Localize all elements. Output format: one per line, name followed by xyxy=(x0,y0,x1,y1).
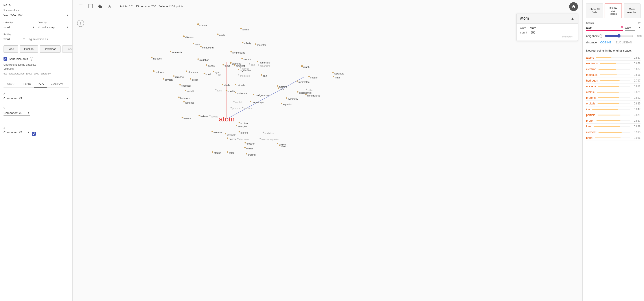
scatter-point[interactable] xyxy=(153,70,154,72)
scatter-point[interactable] xyxy=(332,72,334,73)
scatter-point[interactable] xyxy=(306,89,307,90)
isolate-button[interactable]: Isolate 101points xyxy=(604,4,622,18)
scatter-point[interactable] xyxy=(242,107,244,108)
tab-custom[interactable]: CUSTOM xyxy=(47,80,67,88)
label-icon[interactable]: A xyxy=(106,2,114,10)
scatter-point[interactable] xyxy=(234,101,234,102)
scatter-point[interactable] xyxy=(278,88,279,89)
scatter-point[interactable] xyxy=(173,75,174,77)
scatter-point[interactable] xyxy=(227,151,228,153)
scatter-point[interactable] xyxy=(238,75,240,76)
show-all-button[interactable]: Show AllData xyxy=(586,4,603,18)
scatter-point[interactable] xyxy=(238,122,240,123)
z-component-select-wrap[interactable]: Component #3 xyxy=(4,130,30,135)
scatter-point[interactable] xyxy=(242,42,244,43)
scatter-point[interactable] xyxy=(236,125,237,126)
nearest-name[interactable]: ions xyxy=(586,125,592,128)
scatter-point[interactable] xyxy=(244,142,246,143)
nearest-name[interactable]: electron xyxy=(586,67,596,71)
download-button[interactable]: Download xyxy=(40,45,61,53)
cosine-option[interactable]: COSINE xyxy=(599,40,612,45)
scatter-point[interactable] xyxy=(217,34,218,35)
scatter-point[interactable] xyxy=(286,97,287,99)
load-button[interactable]: Load xyxy=(4,45,18,53)
scatter-point[interactable] xyxy=(212,131,213,132)
label-button[interactable]: Label xyxy=(62,45,73,53)
by-select-wrap[interactable]: word xyxy=(625,25,640,31)
nearest-name[interactable]: orbitals xyxy=(586,102,595,105)
scatter-point[interactable] xyxy=(185,90,186,91)
scatter-point[interactable] xyxy=(225,133,226,134)
select-box-icon[interactable] xyxy=(77,2,85,10)
scatter-point[interactable] xyxy=(193,43,194,44)
scatter-point[interactable] xyxy=(180,84,181,86)
search-input[interactable] xyxy=(586,25,623,31)
scatter-point[interactable] xyxy=(200,46,202,47)
scatter-point[interactable] xyxy=(234,84,236,85)
nearest-name[interactable]: particle xyxy=(586,113,595,117)
publish-button[interactable]: Publish xyxy=(20,45,38,53)
search-clear-icon[interactable]: ✕ xyxy=(621,26,623,29)
scatter-point[interactable] xyxy=(230,62,232,64)
scatter-point[interactable] xyxy=(305,94,306,95)
nearest-name[interactable]: electrons xyxy=(586,62,598,65)
color-by-select-wrap[interactable]: No color map xyxy=(38,25,69,30)
clear-selection-button[interactable]: Clearselection xyxy=(624,4,640,18)
nearest-name[interactable]: element xyxy=(586,130,596,134)
scatter-point[interactable] xyxy=(197,23,199,25)
scatter-point[interactable] xyxy=(281,103,282,104)
color-by-select[interactable]: No color map xyxy=(38,25,69,30)
scatter-point[interactable] xyxy=(183,36,185,37)
scatter-point[interactable] xyxy=(238,138,238,139)
lasso-icon[interactable] xyxy=(87,2,95,10)
scatter-point[interactable] xyxy=(186,71,187,72)
scatter-point[interactable] xyxy=(240,28,242,29)
scatter-point[interactable] xyxy=(249,64,250,65)
dataset-select[interactable]: Word2Vec 10K xyxy=(4,13,69,18)
scatter-point[interactable] xyxy=(212,151,213,153)
nearest-name[interactable]: protons xyxy=(586,96,596,99)
nearest-name[interactable]: atomic xyxy=(586,90,594,94)
scatter-point[interactable] xyxy=(257,61,258,62)
scatter-point[interactable] xyxy=(204,73,205,74)
nearest-name[interactable]: nucleus xyxy=(586,85,596,88)
scatter-point[interactable] xyxy=(255,43,256,45)
scatter-point[interactable] xyxy=(151,57,152,58)
scatter-point[interactable] xyxy=(210,115,211,116)
scatter-point[interactable] xyxy=(263,132,264,133)
scatter-point[interactable] xyxy=(277,85,278,87)
dataset-select-wrapper[interactable]: Word2Vec 10K xyxy=(4,13,69,18)
scatter-point[interactable] xyxy=(183,101,185,103)
x-component-select[interactable]: Component #1 xyxy=(4,96,69,101)
label-by-select-wrap[interactable]: word xyxy=(4,25,35,30)
euclidean-option[interactable]: EUCLIDEAN xyxy=(615,40,633,45)
edit-by-select[interactable]: word xyxy=(4,37,26,42)
tab-umap[interactable]: UMAP xyxy=(4,80,19,88)
nearest-name[interactable]: bond xyxy=(586,136,592,139)
nearest-name[interactable]: hydrogen xyxy=(586,79,598,82)
y-component-select[interactable]: Component #2 xyxy=(4,110,30,116)
scatter-point[interactable] xyxy=(238,69,239,70)
nearest-name[interactable]: proton xyxy=(586,119,594,122)
scatter-point[interactable] xyxy=(231,107,232,108)
scatter-point[interactable] xyxy=(226,90,227,91)
neighbors-info-icon[interactable]: ? xyxy=(600,34,603,38)
by-select[interactable]: word xyxy=(625,25,635,31)
scatter-point[interactable] xyxy=(238,131,240,132)
scatter-point[interactable] xyxy=(258,65,259,66)
scatter-point[interactable] xyxy=(240,67,241,69)
scatter-point[interactable] xyxy=(242,58,243,59)
scatter-point[interactable] xyxy=(279,145,280,146)
scatter-point[interactable] xyxy=(277,143,278,144)
y-component-select-wrap[interactable]: Component #2 xyxy=(4,110,30,116)
scatter-point[interactable] xyxy=(308,76,310,77)
scatter-point[interactable] xyxy=(260,138,261,139)
nearest-name[interactable]: ion xyxy=(586,108,590,111)
scatter-point[interactable] xyxy=(213,71,214,72)
sphereize-info-icon[interactable]: ? xyxy=(30,57,33,61)
scatter-point[interactable] xyxy=(170,51,171,52)
scatter-point[interactable] xyxy=(253,94,254,95)
night-mode-icon[interactable] xyxy=(96,2,104,10)
scatter-point[interactable] xyxy=(206,64,207,66)
scatter-point[interactable] xyxy=(296,80,298,82)
